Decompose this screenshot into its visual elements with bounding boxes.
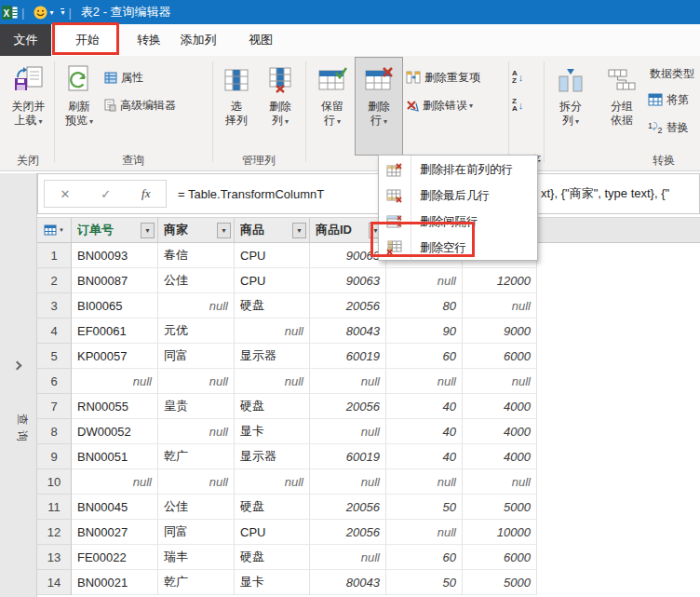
fx-icon[interactable]: fx xyxy=(141,186,150,201)
row-number[interactable]: 13 xyxy=(37,545,72,570)
table-cell[interactable]: 显示器 xyxy=(235,344,310,369)
filter-icon[interactable]: ▼ xyxy=(292,223,306,238)
table-cell[interactable]: null xyxy=(386,369,463,394)
table-cell[interactable]: null xyxy=(158,469,235,495)
table-cell[interactable]: 瑞丰 xyxy=(158,545,235,570)
row-number[interactable]: 5 xyxy=(37,344,72,369)
table-cell[interactable]: 6000 xyxy=(463,545,537,570)
expand-queries-icon[interactable] xyxy=(13,361,22,371)
feedback-smiley-icon[interactable] xyxy=(34,6,47,20)
table-cell[interactable]: 春信 xyxy=(158,243,235,268)
menu-item-remove-bottom-rows[interactable]: 删除最后几行 xyxy=(379,183,537,209)
remove-duplicates-button[interactable]: 删除重复项 xyxy=(406,67,480,88)
table-cell[interactable]: 80 xyxy=(386,293,463,319)
table-cell[interactable]: null xyxy=(235,369,310,394)
smiley-dropdown-caret-icon[interactable]: ▾ xyxy=(49,8,53,17)
row-number[interactable]: 1 xyxy=(37,243,72,268)
table-cell[interactable]: 80043 xyxy=(310,570,386,595)
sort-descending-button[interactable]: ZA ↓ xyxy=(512,93,540,117)
table-cell[interactable]: BN00087 xyxy=(72,268,158,293)
table-cell[interactable]: 40 xyxy=(386,444,463,469)
table-cell[interactable]: EF00061 xyxy=(72,319,158,344)
table-cell[interactable]: 90 xyxy=(386,319,463,344)
table-cell[interactable]: CPU xyxy=(235,243,310,268)
table-cell[interactable]: 同富 xyxy=(158,520,235,545)
table-cell[interactable]: FE00022 xyxy=(72,545,158,570)
table-cell[interactable]: 硬盘 xyxy=(235,394,310,419)
row-number[interactable]: 3 xyxy=(37,293,72,319)
table-cell[interactable]: 5000 xyxy=(463,570,537,595)
table-cell[interactable]: 硬盘 xyxy=(235,293,310,319)
table-cell[interactable]: null xyxy=(72,469,158,495)
menu-item-remove-top-rows[interactable]: 删除排在前列的行 xyxy=(379,156,537,183)
row-number[interactable]: 2 xyxy=(37,268,72,293)
remove-rows-button[interactable]: 删除 行 xyxy=(357,61,400,154)
sort-ascending-button[interactable]: AZ ↓ xyxy=(512,65,540,89)
table-cell[interactable]: null xyxy=(158,369,235,394)
table-cell[interactable]: 20056 xyxy=(310,495,386,520)
table-cell[interactable]: 乾广 xyxy=(158,570,235,595)
table-cell[interactable]: 40 xyxy=(386,419,463,444)
table-cell[interactable]: CPU xyxy=(235,268,310,293)
formula-input-right[interactable]: xt}, {"商家", type text}, {" xyxy=(541,174,669,213)
table-cell[interactable]: BN00093 xyxy=(72,243,158,268)
table-cell[interactable]: 显卡 xyxy=(235,570,310,595)
table-cell[interactable]: 同富 xyxy=(158,344,235,369)
remove-columns-button[interactable]: 删除 列 xyxy=(259,61,302,154)
table-cell[interactable]: 60 xyxy=(386,344,463,369)
table-cell[interactable]: null xyxy=(386,268,463,293)
tab-view[interactable]: 视图 xyxy=(235,24,287,56)
row-number[interactable]: 6 xyxy=(37,369,72,394)
table-cell[interactable]: null xyxy=(386,469,463,495)
table-cell[interactable]: KP00057 xyxy=(72,344,158,369)
table-cell[interactable]: null xyxy=(158,293,235,319)
remove-errors-button[interactable]: 删除错误 xyxy=(406,95,473,115)
use-first-row-button[interactable]: 将第 xyxy=(648,89,689,110)
keep-rows-button[interactable]: 保留 行 xyxy=(311,61,354,154)
row-number[interactable]: 14 xyxy=(37,570,72,595)
replace-values-button[interactable]: 1⤸2 替换 xyxy=(648,117,688,138)
table-cell[interactable]: null xyxy=(310,419,386,444)
tab-file[interactable]: 文件 xyxy=(0,24,51,56)
table-cell[interactable]: 90063 xyxy=(310,268,386,293)
table-cell[interactable]: 4000 xyxy=(463,444,537,469)
table-cell[interactable]: null xyxy=(310,545,386,570)
table-cell[interactable]: BN00027 xyxy=(72,520,158,545)
table-cell[interactable]: 6000 xyxy=(463,344,537,369)
filter-icon[interactable]: ▼ xyxy=(141,223,155,238)
table-cell[interactable]: 5000 xyxy=(463,495,537,520)
group-by-button[interactable]: 分组 依据 xyxy=(599,61,644,154)
table-cell[interactable]: 40 xyxy=(386,394,463,419)
column-header-product[interactable]: 商品 ▼ xyxy=(235,217,310,243)
filter-icon[interactable]: ▼ xyxy=(217,223,231,238)
split-column-button[interactable]: 拆分 列 xyxy=(547,61,594,154)
table-cell[interactable]: null xyxy=(386,520,463,545)
tab-add-column[interactable]: 添加列 xyxy=(166,24,231,56)
table-cell[interactable]: 公佳 xyxy=(158,268,235,293)
table-cell[interactable]: 12000 xyxy=(463,268,537,293)
table-cell[interactable]: 硬盘 xyxy=(235,545,310,570)
table-cell[interactable]: 显示器 xyxy=(235,444,310,469)
table-cell[interactable]: 显卡 xyxy=(235,419,310,444)
choose-columns-button[interactable]: 选 择列 xyxy=(216,61,257,154)
table-cell[interactable]: BN00021 xyxy=(72,570,158,595)
row-number[interactable]: 10 xyxy=(37,469,72,495)
table-cell[interactable]: 20056 xyxy=(310,293,386,319)
table-cell[interactable]: 4000 xyxy=(463,394,537,419)
table-cell[interactable]: null xyxy=(235,469,310,495)
table-cell[interactable]: null xyxy=(72,369,158,394)
table-cell[interactable]: 50 xyxy=(386,570,463,595)
table-cell[interactable]: 元优 xyxy=(158,319,235,344)
row-number[interactable]: 12 xyxy=(37,520,72,545)
table-cell[interactable]: BN00051 xyxy=(72,444,158,469)
table-cell[interactable]: 60 xyxy=(386,545,463,570)
table-cell[interactable]: 20056 xyxy=(310,394,386,419)
properties-button[interactable]: 属性 xyxy=(104,67,143,88)
row-number[interactable]: 4 xyxy=(37,319,72,344)
row-number[interactable]: 11 xyxy=(37,495,72,520)
formula-accept-icon[interactable]: ✓ xyxy=(101,187,111,201)
table-cell[interactable]: null xyxy=(463,293,537,319)
table-cell[interactable]: 4000 xyxy=(463,419,537,444)
table-cell[interactable]: null xyxy=(310,469,386,495)
row-number[interactable]: 9 xyxy=(37,444,72,469)
